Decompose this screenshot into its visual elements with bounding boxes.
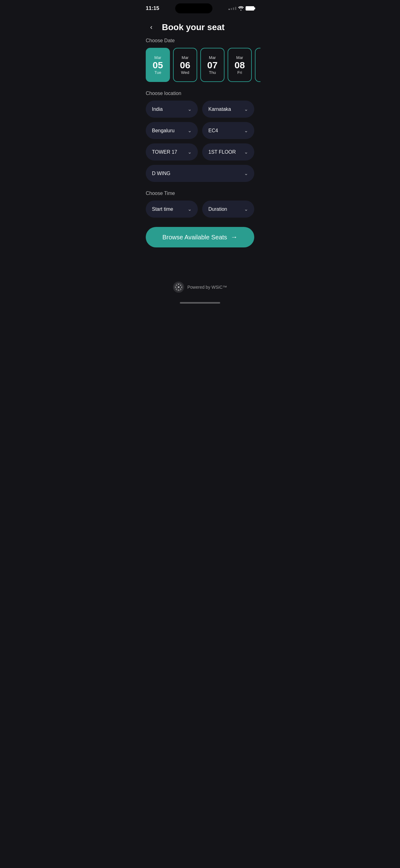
location-row-2: Bengaluru ⌄ EC4 ⌄ xyxy=(139,122,261,139)
city-label: Bengaluru xyxy=(152,128,174,133)
floor-dropdown[interactable]: 1ST FLOOR ⌄ xyxy=(202,144,254,160)
campus-dropdown[interactable]: EC4 ⌄ xyxy=(202,122,254,139)
arrow-icon: → xyxy=(231,233,237,241)
svg-point-2 xyxy=(180,285,181,286)
chevron-down-icon: ⌄ xyxy=(244,206,248,212)
date-month: Mar xyxy=(236,55,243,60)
svg-point-7 xyxy=(175,287,176,288)
date-section: Choose Date Mar 05 Tue Mar 06 Wed Mar 07… xyxy=(139,38,261,82)
browse-available-seats-button[interactable]: Browse Available Seats → xyxy=(146,227,254,247)
header: ‹ Book your seat xyxy=(139,16,261,38)
svg-point-3 xyxy=(181,287,182,288)
wing-label: D WING xyxy=(152,171,171,176)
footer-text: Powered by WSiC™ xyxy=(187,285,227,290)
svg-point-4 xyxy=(180,289,181,290)
date-card-05[interactable]: Mar 05 Tue xyxy=(146,48,170,82)
chevron-down-icon: ⌄ xyxy=(244,128,248,133)
back-icon: ‹ xyxy=(150,23,152,31)
date-scroll: Mar 05 Tue Mar 06 Wed Mar 07 Thu Mar 08 … xyxy=(139,48,261,82)
date-section-label: Choose Date xyxy=(139,38,261,43)
location-row-1: India ⌄ Karnataka ⌄ xyxy=(139,101,261,118)
duration-dropdown[interactable]: Duration ⌄ xyxy=(202,200,254,218)
footer: Powered by WSiC™ xyxy=(139,275,261,299)
page-title: Book your seat xyxy=(162,22,225,32)
state-label: Karnataka xyxy=(208,106,231,112)
wifi-icon xyxy=(238,6,244,10)
chevron-down-icon: ⌄ xyxy=(244,106,248,112)
date-weekday: Thu xyxy=(209,70,216,75)
date-weekday: Tue xyxy=(155,70,161,75)
home-indicator xyxy=(180,302,220,304)
location-section: Choose location India ⌄ Karnataka ⌄ Beng… xyxy=(139,91,261,182)
chevron-down-icon: ⌄ xyxy=(188,149,192,155)
time-row-1: Start time ⌄ Duration ⌄ xyxy=(139,200,261,218)
back-button[interactable]: ‹ xyxy=(146,22,157,33)
location-row-4: D WING ⌄ xyxy=(139,165,261,182)
status-bar: 11:15 xyxy=(139,0,261,16)
location-section-label: Choose location xyxy=(139,91,261,96)
date-weekday: Wed xyxy=(181,70,190,75)
browse-btn-wrap: Browse Available Seats → xyxy=(139,227,261,257)
date-day: 05 xyxy=(153,60,163,70)
time-section-label: Choose Time xyxy=(139,191,261,196)
date-day: 07 xyxy=(207,60,218,70)
campus-label: EC4 xyxy=(208,128,218,133)
date-card-09[interactable]: Mar 09 Sat xyxy=(255,48,261,82)
signal-icon xyxy=(229,7,236,10)
chevron-down-icon: ⌄ xyxy=(244,170,248,176)
date-month: Mar xyxy=(182,55,189,60)
start-time-label: Start time xyxy=(152,207,173,212)
svg-point-6 xyxy=(176,289,177,290)
wipro-icon xyxy=(174,283,183,291)
svg-point-5 xyxy=(178,290,179,290)
date-weekday: Fri xyxy=(237,70,242,75)
battery-icon xyxy=(245,6,254,10)
date-card-08[interactable]: Mar 08 Fri xyxy=(228,48,252,82)
wipro-logo xyxy=(173,282,184,293)
country-dropdown[interactable]: India ⌄ xyxy=(146,101,198,118)
duration-label: Duration xyxy=(208,207,227,212)
state-dropdown[interactable]: Karnataka ⌄ xyxy=(202,101,254,118)
time-section: Choose Time Start time ⌄ Duration ⌄ xyxy=(139,191,261,218)
floor-label: 1ST FLOOR xyxy=(208,149,236,155)
date-month: Mar xyxy=(155,55,161,60)
date-day: 06 xyxy=(180,60,190,70)
location-row-3: TOWER 17 ⌄ 1ST FLOOR ⌄ xyxy=(139,144,261,160)
chevron-down-icon: ⌄ xyxy=(244,149,248,155)
wing-dropdown[interactable]: D WING ⌄ xyxy=(146,165,254,182)
browse-btn-label: Browse Available Seats xyxy=(163,234,227,241)
chevron-down-icon: ⌄ xyxy=(188,128,192,133)
country-label: India xyxy=(152,106,163,112)
chevron-down-icon: ⌄ xyxy=(188,206,192,212)
status-time: 11:15 xyxy=(146,5,159,11)
city-dropdown[interactable]: Bengaluru ⌄ xyxy=(146,122,198,139)
status-icons xyxy=(229,6,254,10)
date-card-06[interactable]: Mar 06 Wed xyxy=(173,48,197,82)
svg-point-9 xyxy=(178,286,179,288)
svg-point-8 xyxy=(176,285,177,286)
chevron-down-icon: ⌄ xyxy=(188,106,192,112)
dynamic-island xyxy=(175,3,212,13)
date-day: 08 xyxy=(234,60,245,70)
date-card-07[interactable]: Mar 07 Thu xyxy=(200,48,225,82)
tower-label: TOWER 17 xyxy=(152,149,177,155)
tower-dropdown[interactable]: TOWER 17 ⌄ xyxy=(146,144,198,160)
date-month: Mar xyxy=(209,55,216,60)
svg-point-1 xyxy=(178,284,179,285)
start-time-dropdown[interactable]: Start time ⌄ xyxy=(146,200,198,218)
